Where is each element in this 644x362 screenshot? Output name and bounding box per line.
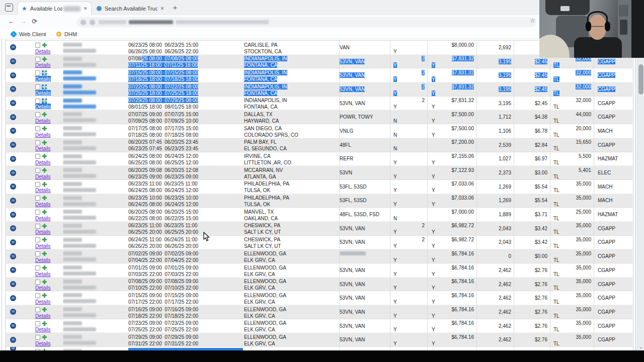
row-checkbox[interactable] [35, 57, 40, 62]
row-checkbox[interactable] [35, 154, 40, 159]
details-link[interactable]: Details [35, 159, 51, 165]
load-envelope-icon[interactable]: ✉ [10, 198, 16, 204]
row-checkbox[interactable] [35, 196, 40, 201]
row-checkbox[interactable] [35, 265, 40, 270]
load-envelope-icon[interactable]: ✉ [10, 253, 16, 259]
details-link[interactable]: Details [35, 257, 51, 263]
add-icon[interactable]: ✚ [42, 224, 47, 229]
details-link[interactable]: Details [35, 271, 51, 277]
add-icon[interactable]: ✚ [42, 140, 47, 145]
lock-icon[interactable] [90, 20, 95, 25]
details-link[interactable]: Details [35, 173, 51, 179]
details-link[interactable]: Details [35, 187, 51, 193]
tab-close-icon[interactable]: × [160, 5, 164, 12]
row-checkbox[interactable] [35, 224, 40, 229]
tab-available-loads[interactable]: ★ Available Loads Res × [17, 2, 92, 15]
details-link[interactable]: Details [35, 90, 51, 96]
details-link[interactable]: Details [35, 118, 51, 124]
add-icon[interactable]: ✚ [42, 265, 47, 270]
add-icon[interactable]: ✚ [42, 154, 47, 159]
details-link[interactable]: Details [35, 243, 51, 249]
details-link[interactable]: Details [35, 326, 51, 332]
forward-button[interactable]: → [20, 18, 27, 25]
site-info-icon[interactable] [80, 20, 86, 25]
row-checkbox[interactable] [35, 168, 40, 173]
details-link[interactable]: Details [35, 104, 51, 110]
details-link[interactable]: Details [35, 145, 51, 151]
add-icon[interactable]: ✚ [42, 126, 47, 131]
row-checkbox[interactable] [35, 43, 40, 48]
load-envelope-icon[interactable]: ✉ [10, 58, 16, 64]
details-link[interactable]: Details [35, 62, 51, 68]
load-envelope-icon[interactable]: ✉ [10, 170, 16, 176]
row-checkbox[interactable] [35, 237, 40, 242]
load-envelope-icon[interactable]: ✉ [10, 86, 16, 92]
load-envelope-icon[interactable]: ✉ [10, 44, 16, 50]
load-envelope-icon[interactable]: ✉ [10, 72, 16, 78]
details-link[interactable]: Details [35, 313, 51, 319]
add-icon[interactable]: ✚ [42, 196, 47, 201]
row-checkbox[interactable] [35, 140, 40, 145]
load-envelope-icon[interactable]: ✉ [10, 337, 16, 343]
load-envelope-icon[interactable]: ✉ [10, 225, 16, 231]
add-icon[interactable]: ✚ [42, 307, 47, 312]
row-checkbox[interactable] [35, 307, 40, 312]
add-icon[interactable]: ✚ [42, 84, 47, 89]
load-envelope-icon[interactable]: ✉ [10, 347, 16, 350]
details-link[interactable]: Details [35, 340, 51, 346]
row-checkbox[interactable] [35, 251, 40, 256]
add-icon[interactable]: ✚ [42, 237, 47, 242]
row-checkbox[interactable] [35, 126, 40, 131]
load-envelope-icon[interactable]: ✉ [10, 281, 16, 287]
row-checkbox[interactable] [35, 70, 40, 75]
tab-search-trucks[interactable]: Search Available Trucks × [93, 2, 168, 15]
details-link[interactable]: Details [35, 229, 51, 235]
add-icon[interactable]: ✚ [42, 43, 47, 48]
details-link[interactable]: Details [35, 48, 51, 54]
row-checkbox[interactable] [35, 280, 40, 285]
add-icon[interactable]: ✚ [42, 280, 47, 285]
add-icon[interactable]: ✚ [42, 70, 47, 75]
load-envelope-icon[interactable]: ✉ [10, 142, 16, 148]
load-envelope-icon[interactable]: ✉ [10, 295, 16, 301]
details-link[interactable]: Details [35, 201, 51, 207]
scroll-down-icon[interactable]: ⌄ [637, 344, 644, 349]
tab-actions-icon[interactable] [5, 4, 13, 12]
details-link[interactable]: Details [35, 132, 51, 138]
row-checkbox[interactable] [35, 335, 40, 340]
load-envelope-icon[interactable]: ✉ [10, 184, 16, 190]
add-icon[interactable]: ✚ [42, 57, 47, 62]
scrollbar-thumb[interactable] [638, 64, 643, 95]
details-link[interactable]: Details [35, 285, 51, 291]
url-bar[interactable] [76, 17, 536, 27]
add-icon[interactable]: ✚ [42, 210, 47, 215]
details-link[interactable]: Details [35, 215, 51, 221]
add-icon[interactable]: ✚ [42, 335, 47, 340]
load-envelope-icon[interactable]: ✉ [10, 323, 16, 329]
tab-close-icon[interactable]: × [84, 5, 87, 12]
row-checkbox[interactable] [35, 99, 40, 104]
add-icon[interactable]: ✚ [42, 251, 47, 256]
add-icon[interactable]: ✚ [42, 293, 47, 298]
load-envelope-icon[interactable]: ✉ [10, 100, 16, 106]
add-icon[interactable]: ✚ [42, 99, 47, 104]
bookmark-dhm[interactable]: DHM [56, 30, 77, 38]
favorite-star-icon[interactable]: ☆ [530, 17, 535, 24]
load-envelope-icon[interactable]: ✉ [10, 239, 16, 245]
load-envelope-icon[interactable]: ✉ [10, 156, 16, 162]
row-checkbox[interactable] [35, 321, 40, 326]
row-checkbox[interactable] [35, 112, 40, 117]
new-tab-button[interactable]: + [170, 3, 180, 13]
details-link[interactable]: Details [35, 299, 51, 305]
add-icon[interactable]: ✚ [42, 182, 47, 187]
load-envelope-icon[interactable]: ✉ [10, 212, 16, 218]
load-envelope-icon[interactable]: ✉ [10, 267, 16, 273]
vertical-scrollbar[interactable]: ⌄ [637, 39, 644, 350]
add-icon[interactable]: ✚ [42, 168, 47, 173]
load-envelope-icon[interactable]: ✉ [10, 128, 16, 134]
details-link[interactable]: Details [35, 76, 51, 82]
refresh-button[interactable]: ⟳ [32, 18, 37, 25]
load-envelope-icon[interactable]: ✉ [10, 114, 16, 120]
back-button[interactable]: ← [8, 18, 15, 25]
add-icon[interactable]: ✚ [42, 321, 47, 326]
